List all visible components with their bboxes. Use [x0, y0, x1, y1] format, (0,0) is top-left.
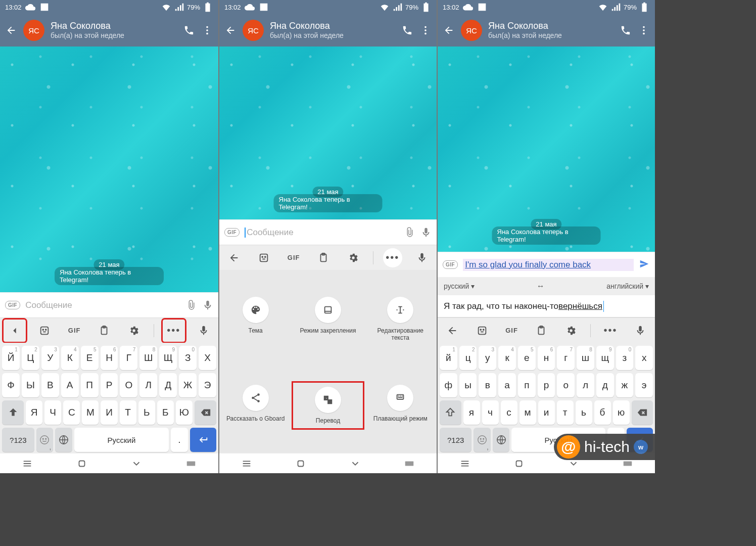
- emoji-key[interactable]: ,: [36, 428, 54, 452]
- nav-home[interactable]: [74, 459, 89, 469]
- key-т[interactable]: Т: [120, 400, 136, 425]
- kb-gif-button[interactable]: GIF: [502, 321, 522, 341]
- mic-icon[interactable]: [420, 227, 432, 238]
- message-input[interactable]: [245, 228, 399, 238]
- kb-more-button[interactable]: •••: [164, 321, 184, 341]
- nav-back[interactable]: [348, 459, 363, 469]
- nav-recents[interactable]: [239, 459, 254, 469]
- call-button[interactable]: [620, 24, 632, 36]
- period-key[interactable]: .: [171, 428, 188, 452]
- language-key[interactable]: [493, 428, 510, 452]
- key-к[interactable]: К4: [61, 346, 79, 370]
- key-к[interactable]: к4: [498, 346, 516, 370]
- key-э[interactable]: э: [635, 373, 653, 397]
- key-ы[interactable]: ы: [459, 373, 477, 397]
- key-о[interactable]: О: [120, 373, 137, 397]
- kb-back-button[interactable]: [224, 248, 244, 268]
- key-й[interactable]: й1: [440, 346, 457, 370]
- clipboard-icon[interactable]: [531, 321, 551, 341]
- avatar[interactable]: ЯС: [243, 20, 264, 41]
- nav-back[interactable]: [129, 459, 144, 469]
- key-и[interactable]: И: [101, 400, 117, 425]
- attach-icon[interactable]: [186, 300, 197, 311]
- key-ш[interactable]: ш8: [577, 346, 594, 370]
- key-п[interactable]: П: [81, 373, 99, 397]
- call-button[interactable]: [183, 24, 195, 36]
- key-и[interactable]: и: [538, 400, 555, 425]
- key-щ[interactable]: Щ9: [159, 346, 177, 370]
- key-ф[interactable]: ф: [440, 373, 457, 397]
- title-block[interactable]: Яна Соколова был(а) на этой неделе: [488, 21, 613, 40]
- settings-icon[interactable]: [561, 321, 581, 341]
- key-в[interactable]: В: [41, 373, 59, 397]
- key-л[interactable]: л: [577, 373, 594, 397]
- key-ч[interactable]: Ч: [44, 400, 61, 425]
- backspace-key[interactable]: [195, 400, 216, 425]
- sticker-icon[interactable]: [34, 321, 55, 341]
- key-г[interactable]: г7: [557, 346, 575, 370]
- mic-icon[interactable]: [202, 300, 213, 311]
- key-р[interactable]: Р: [101, 373, 118, 397]
- key-д[interactable]: Д: [159, 373, 177, 397]
- nav-recents[interactable]: [457, 459, 472, 469]
- nav-recents[interactable]: [20, 459, 35, 469]
- symbols-key[interactable]: ?123: [440, 428, 471, 452]
- send-button[interactable]: [639, 258, 650, 271]
- key-з[interactable]: з0: [616, 346, 634, 370]
- backspace-key[interactable]: [632, 400, 653, 425]
- back-button[interactable]: [443, 24, 455, 36]
- avatar[interactable]: ЯС: [461, 20, 482, 41]
- key-р[interactable]: р: [538, 373, 555, 397]
- message-input[interactable]: I'm so glad you finally come back: [463, 259, 634, 271]
- key-ф[interactable]: Ф: [2, 373, 20, 397]
- enter-key[interactable]: [190, 428, 216, 452]
- nav-home[interactable]: [293, 459, 308, 469]
- space-key[interactable]: Русский: [74, 428, 169, 452]
- key-ж[interactable]: Ж: [179, 373, 197, 397]
- kb-gif-button[interactable]: GIF: [284, 248, 304, 268]
- nav-keyboard-icon[interactable]: [183, 459, 199, 469]
- key-а[interactable]: А: [61, 373, 79, 397]
- kb-more-button[interactable]: •••: [600, 321, 621, 341]
- key-ь[interactable]: ь: [576, 400, 592, 425]
- key-ч[interactable]: ч: [482, 400, 499, 425]
- key-л[interactable]: Л: [139, 373, 157, 397]
- avatar[interactable]: ЯС: [23, 20, 44, 41]
- key-ц[interactable]: Ц2: [22, 346, 39, 370]
- key-я[interactable]: я: [463, 400, 480, 425]
- message-input[interactable]: [25, 300, 181, 310]
- key-н[interactable]: н6: [538, 346, 555, 370]
- key-ы[interactable]: Ы: [22, 373, 39, 397]
- key-й[interactable]: Й1: [2, 346, 20, 370]
- key-е[interactable]: Е5: [81, 346, 99, 370]
- more-button[interactable]: [419, 24, 432, 36]
- key-у[interactable]: У3: [41, 346, 59, 370]
- key-з[interactable]: З0: [179, 346, 197, 370]
- call-button[interactable]: [401, 24, 413, 36]
- key-е[interactable]: е5: [518, 346, 536, 370]
- settings-icon[interactable]: [343, 248, 363, 268]
- title-block[interactable]: Яна Соколова был(а) на этой неделе: [51, 21, 177, 40]
- sticker-icon[interactable]: [254, 248, 274, 268]
- swap-languages-icon[interactable]: ↔: [475, 282, 606, 291]
- clipboard-icon[interactable]: [313, 248, 334, 268]
- key-м[interactable]: м: [519, 400, 536, 425]
- back-button[interactable]: [224, 24, 237, 36]
- shift-key[interactable]: [440, 400, 461, 425]
- translate-to[interactable]: английский ▾: [606, 282, 649, 290]
- attach-icon[interactable]: [404, 227, 415, 238]
- key-ш[interactable]: Ш8: [139, 346, 157, 370]
- language-key[interactable]: [55, 428, 72, 452]
- translate-edit-field[interactable]: Я так рад, что ты наконец-то вернёшься: [438, 295, 655, 317]
- key-щ[interactable]: щ9: [596, 346, 614, 370]
- menu-share-gboard[interactable]: Рассказать о Gboard: [223, 385, 289, 426]
- key-г[interactable]: Г7: [120, 346, 137, 370]
- key-э[interactable]: Э: [199, 373, 216, 397]
- translate-from[interactable]: русский ▾: [444, 282, 475, 290]
- kb-gif-button[interactable]: GIF: [64, 321, 84, 341]
- kb-mic-icon[interactable]: [194, 321, 214, 341]
- key-ю[interactable]: ю: [613, 400, 630, 425]
- chat-area[interactable]: 21 мая Яна Соколова теперь в Telegram!: [219, 47, 437, 219]
- more-button[interactable]: [638, 24, 650, 36]
- nav-keyboard-icon[interactable]: [402, 459, 417, 469]
